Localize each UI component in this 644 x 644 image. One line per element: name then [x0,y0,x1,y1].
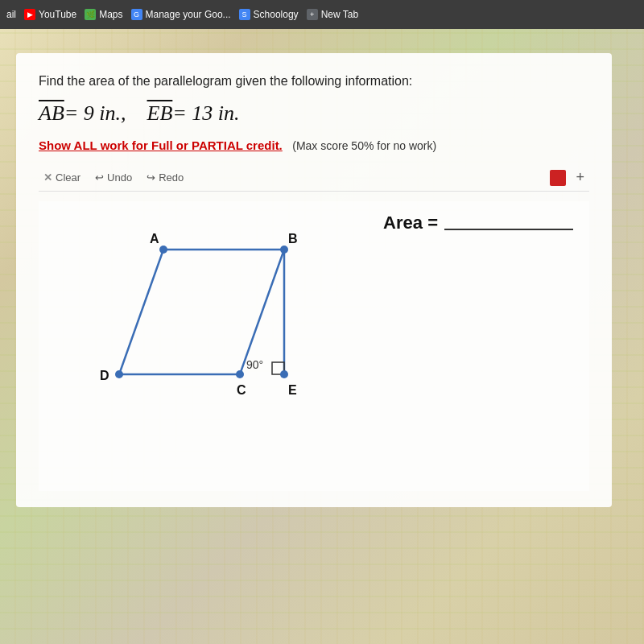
label-b: B [288,232,298,246]
eb-value: = 13 in. [172,101,239,125]
tab-mail[interactable]: ail [6,9,16,20]
tab-maps[interactable]: 🌿 Maps [85,9,122,20]
show-work-row: Show ALL work for Full or PARTIAL credit… [39,138,589,153]
clear-button[interactable]: ✕ Clear [39,169,85,186]
max-score-note: (Max score 50% for no work) [292,139,436,152]
redo-button[interactable]: ↪ Redo [142,169,188,186]
math-expression: AB= 9 in., EB= 13 in. [39,101,589,126]
point-c [236,370,244,378]
point-e [280,370,288,378]
ab-value: = 9 in., [64,101,126,125]
tab-schoology-label: Schoology [254,9,299,20]
tab-youtube-label: YouTube [39,9,76,20]
tab-newtab[interactable]: + New Tab [307,9,358,20]
tab-newtab-label: New Tab [321,9,358,20]
tab-maps-label: Maps [99,9,122,20]
angle-label: 90° [246,358,263,371]
newtab-icon: + [307,9,318,20]
main-content: Find the area of the parallelogram given… [0,29,644,644]
parallelogram-shape [119,250,284,374]
youtube-icon: ▶ [24,9,35,20]
undo-icon: ↩ [95,171,104,184]
x-icon: ✕ [43,171,52,184]
redo-icon: ↪ [147,171,155,184]
content-box: Find the area of the parallelogram given… [16,53,612,507]
drawing-area[interactable]: Area = A [39,201,589,491]
tab-google[interactable]: G Manage your Goo... [131,9,231,20]
undo-button[interactable]: ↩ Undo [90,169,137,186]
label-c: C [237,383,246,397]
point-b [280,246,288,254]
toolbar: ✕ Clear ↩ Undo ↪ Redo + [39,164,589,192]
point-d [115,370,123,378]
tab-google-label: Manage your Goo... [146,9,231,20]
plus-button[interactable]: + [571,167,589,188]
schoology-icon: S [239,9,250,20]
color-swatch[interactable] [550,170,566,186]
point-a [159,246,167,254]
show-work-text: Show ALL work for Full or PARTIAL credit… [39,138,283,152]
tab-mail-label: ail [6,9,16,20]
google-icon: G [131,9,142,20]
eb-label: EB [147,101,173,125]
question-intro: Find the area of the parallelogram given… [39,72,589,90]
area-answer-line [444,216,573,230]
label-e: E [288,383,297,397]
maps-icon: 🌿 [85,9,96,20]
ab-label: AB [39,101,64,125]
browser-bar: ail ▶ YouTube 🌿 Maps G Manage your Goo..… [0,0,644,29]
tab-schoology[interactable]: S Schoology [239,9,299,20]
tab-youtube[interactable]: ▶ YouTube [24,9,76,20]
geometry-diagram: A B C D E 90° [39,201,441,491]
label-a: A [150,232,159,246]
label-d: D [100,369,109,382]
